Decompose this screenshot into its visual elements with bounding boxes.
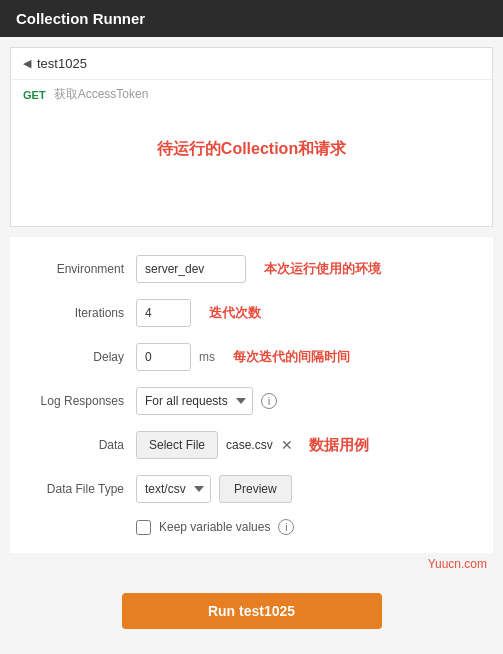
delay-control: ms 每次迭代的间隔时间 bbox=[136, 343, 477, 371]
run-button[interactable]: Run test1025 bbox=[122, 593, 382, 629]
data-file-type-control: text/csv Preview bbox=[136, 475, 477, 503]
collection-item[interactable]: ◀ test1025 bbox=[11, 48, 492, 80]
iterations-control: 迭代次数 bbox=[136, 299, 477, 327]
preview-button[interactable]: Preview bbox=[219, 475, 292, 503]
delay-row: Delay ms 每次迭代的间隔时间 bbox=[10, 335, 493, 379]
keep-variable-checkbox[interactable] bbox=[136, 520, 151, 535]
keep-variable-label: Keep variable values bbox=[159, 520, 270, 534]
collapse-icon: ◀ bbox=[23, 57, 31, 70]
iterations-hint: 迭代次数 bbox=[209, 304, 261, 322]
collection-panel: ◀ test1025 GET 获取AccessToken 待运行的Collect… bbox=[10, 47, 493, 227]
keep-variable-info-icon[interactable]: i bbox=[278, 519, 294, 535]
iterations-row: Iterations 迭代次数 bbox=[10, 291, 493, 335]
delay-label: Delay bbox=[26, 350, 136, 364]
watermark: Yuucn.com bbox=[0, 553, 503, 577]
log-responses-control: For all requests i bbox=[136, 387, 477, 415]
file-type-select[interactable]: text/csv bbox=[136, 475, 211, 503]
collection-name: test1025 bbox=[37, 56, 87, 71]
data-label: Data bbox=[26, 438, 136, 452]
get-label: 获取AccessToken bbox=[54, 86, 149, 103]
environment-input[interactable] bbox=[136, 255, 246, 283]
data-hint: 数据用例 bbox=[309, 436, 369, 455]
get-row: GET 获取AccessToken bbox=[11, 80, 492, 109]
file-name: case.csv bbox=[226, 438, 273, 452]
iterations-input[interactable] bbox=[136, 299, 191, 327]
environment-control: 本次运行使用的环境 bbox=[136, 255, 477, 283]
data-file-type-label: Data File Type bbox=[26, 482, 136, 496]
delay-input[interactable] bbox=[136, 343, 191, 371]
iterations-label: Iterations bbox=[26, 306, 136, 320]
data-control: Select File case.csv ✕ 数据用例 bbox=[136, 431, 477, 459]
collection-hint: 待运行的Collection和请求 bbox=[11, 109, 492, 190]
config-section: Environment 本次运行使用的环境 Iterations 迭代次数 De… bbox=[10, 237, 493, 553]
log-responses-row: Log Responses For all requests i bbox=[10, 379, 493, 423]
log-responses-select[interactable]: For all requests bbox=[136, 387, 253, 415]
keep-variable-row: Keep variable values i bbox=[10, 511, 493, 543]
data-row: Data Select File case.csv ✕ 数据用例 bbox=[10, 423, 493, 467]
delay-hint: 每次迭代的间隔时间 bbox=[233, 348, 350, 366]
app-title: Collection Runner bbox=[16, 10, 145, 27]
log-responses-label: Log Responses bbox=[26, 394, 136, 408]
select-file-button[interactable]: Select File bbox=[136, 431, 218, 459]
environment-row: Environment 本次运行使用的环境 bbox=[10, 247, 493, 291]
environment-hint: 本次运行使用的环境 bbox=[264, 260, 381, 278]
data-file-type-row: Data File Type text/csv Preview bbox=[10, 467, 493, 511]
get-badge: GET bbox=[23, 89, 46, 101]
run-button-wrap: Run test1025 bbox=[0, 577, 503, 639]
remove-file-icon[interactable]: ✕ bbox=[281, 437, 293, 453]
ms-unit: ms bbox=[199, 350, 215, 364]
app-header: Collection Runner bbox=[0, 0, 503, 37]
log-info-icon[interactable]: i bbox=[261, 393, 277, 409]
environment-label: Environment bbox=[26, 262, 136, 276]
